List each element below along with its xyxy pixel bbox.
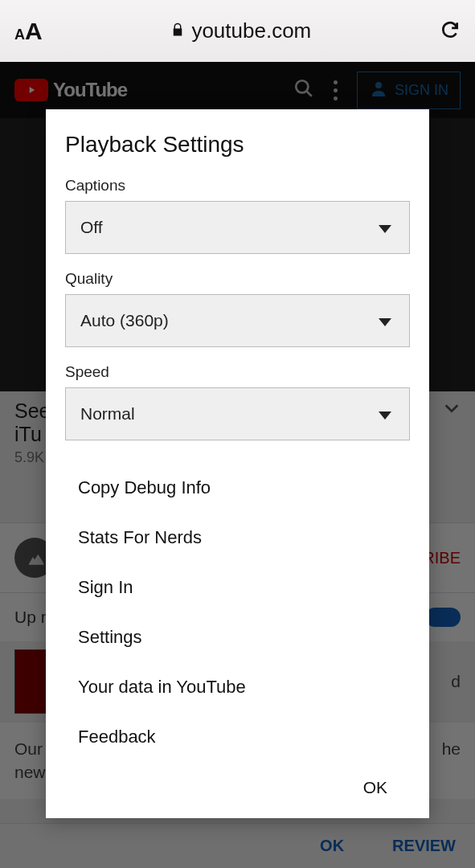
speed-value: Normal [80, 404, 135, 424]
chevron-down-icon [379, 404, 391, 424]
quality-select[interactable]: Auto (360p) [65, 294, 410, 347]
chevron-down-icon [379, 311, 391, 330]
copy-debug-info-item[interactable]: Copy Debug Info [46, 463, 429, 513]
speed-field: Speed Normal [46, 358, 429, 452]
svg-marker-5 [379, 411, 391, 420]
modal-title: Playback Settings [46, 132, 429, 172]
browser-address-bar: A A youtube.com [0, 0, 475, 62]
captions-select[interactable]: Off [65, 201, 410, 254]
lock-icon [170, 23, 185, 40]
speed-label: Speed [65, 363, 410, 381]
captions-field: Captions Off [46, 172, 429, 265]
reader-text-size-button[interactable]: A A [14, 18, 43, 45]
sign-in-item[interactable]: Sign In [46, 563, 429, 612]
url-text: youtube.com [191, 18, 311, 43]
url-display[interactable]: youtube.com [43, 18, 440, 43]
ok-button[interactable]: OK [363, 778, 387, 797]
settings-menu-list: Copy Debug Info Stats For Nerds Sign In … [46, 452, 429, 762]
captions-label: Captions [65, 177, 410, 194]
speed-select[interactable]: Normal [65, 387, 410, 440]
your-data-item[interactable]: Your data in YouTube [46, 662, 429, 712]
quality-label: Quality [65, 270, 410, 288]
large-a-icon: A [25, 18, 43, 45]
svg-marker-4 [379, 318, 391, 326]
modal-actions: OK [46, 762, 429, 810]
svg-marker-3 [379, 225, 391, 233]
playback-settings-modal: Playback Settings Captions Off Quality A… [46, 109, 429, 818]
quality-value: Auto (360p) [80, 311, 169, 330]
quality-field: Quality Auto (360p) [46, 265, 429, 358]
stats-for-nerds-item[interactable]: Stats For Nerds [46, 513, 429, 563]
small-a-icon: A [14, 27, 25, 43]
chevron-down-icon [379, 218, 391, 237]
reload-button[interactable] [440, 19, 461, 43]
settings-item[interactable]: Settings [46, 612, 429, 662]
captions-value: Off [80, 218, 103, 237]
feedback-item[interactable]: Feedback [46, 712, 429, 762]
